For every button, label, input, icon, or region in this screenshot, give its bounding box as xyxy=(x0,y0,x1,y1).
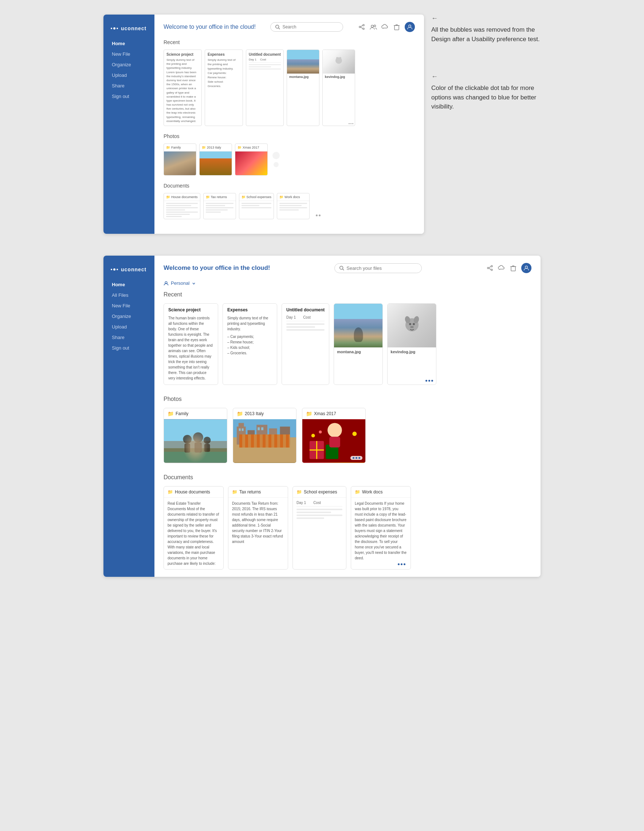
trash-icon-v1[interactable] xyxy=(393,23,400,30)
doc-work-v2[interactable]: 📁 Work docs Legal Documents If your home… xyxy=(351,486,411,570)
doc-work-header-v2: 📁 Work docs xyxy=(351,487,411,498)
people-icon-v1[interactable] xyxy=(370,23,377,30)
documents-cards-row-v2: 📁 House documents Real Estate Transfer D… xyxy=(164,486,531,570)
svg-line-16 xyxy=(343,269,344,271)
photo-xmas-label-v2: 📁 Xmas 2017 xyxy=(302,408,365,419)
svg-point-8 xyxy=(374,25,376,27)
svg-rect-40 xyxy=(204,444,210,452)
more-dots-v1[interactable] xyxy=(349,123,353,124)
dot-blue-1 xyxy=(426,380,427,382)
doc-house-v1[interactable]: 📁 House documents xyxy=(164,193,200,219)
svg-line-21 xyxy=(489,268,491,269)
svg-rect-48 xyxy=(280,427,290,444)
doc-tax-header-v1: 📁 Tax returns xyxy=(204,193,236,201)
doc-work-v1[interactable]: 📁 Work docs xyxy=(277,193,309,219)
cloud-icon-v1[interactable] xyxy=(381,23,389,30)
photos-title-v1: Photos xyxy=(164,133,415,139)
search-bar-v1[interactable] xyxy=(270,22,343,32)
card-science-v1[interactable]: Science project Simply dummy text of the… xyxy=(164,49,202,126)
card-expenses-v2[interactable]: Expenses Simply dummy text of the printi… xyxy=(223,303,277,385)
photo-card-italy-v2[interactable]: 📁 2013 Italy xyxy=(233,408,296,463)
share-icon-v2[interactable] xyxy=(486,264,494,272)
app-frame-v2: uconnect Home All Files New File Organiz… xyxy=(104,256,540,577)
photo-family-name-v2: Family xyxy=(175,411,188,416)
nav-upload-v1[interactable]: Upload xyxy=(109,70,149,80)
search-bar-v2[interactable] xyxy=(335,263,422,273)
annotation-bubbles-arrow: ← xyxy=(431,14,540,22)
photo-italy-v1[interactable]: 📁 2013 Italy xyxy=(199,143,232,175)
search-icon-v2 xyxy=(339,266,344,271)
trash-icon-v2[interactable] xyxy=(510,264,517,272)
card-montana-v1[interactable]: montana.jpg xyxy=(287,49,319,126)
card-untitled-v2[interactable]: Untitled document Day 1Cost xyxy=(282,303,329,385)
nav-newfile-v1[interactable]: New File xyxy=(109,49,149,59)
svg-rect-9 xyxy=(394,25,399,30)
photos-section-v2: Photos 📁 Family xyxy=(164,396,531,463)
svg-point-4 xyxy=(363,28,364,30)
doc-more-dots-v2[interactable] xyxy=(395,562,408,566)
photo-more-dots-v2[interactable] xyxy=(351,456,362,460)
svg-point-0 xyxy=(276,25,279,29)
card-untitled-v1[interactable]: Untitled document Day 1Cost xyxy=(246,49,284,126)
photo-xmas-thumb-v1 xyxy=(235,151,267,175)
svg-point-7 xyxy=(371,25,373,27)
scroll-dots-v1 xyxy=(312,193,324,219)
svg-line-1 xyxy=(279,28,280,30)
svg-point-18 xyxy=(491,266,493,267)
main-content-v2: Welcome to your office in the cloud! xyxy=(155,256,540,577)
nav-organize-v2[interactable]: Organize xyxy=(109,311,149,321)
documents-title-v2: Documents xyxy=(164,474,531,481)
search-input-v1[interactable] xyxy=(282,24,330,30)
photo-card-xmas-v2[interactable]: 📁 Xmas 2017 xyxy=(302,408,366,463)
card-montana-v2[interactable]: montana.jpg xyxy=(334,303,383,385)
documents-section-v2: Documents 📁 House documents Real Estate … xyxy=(164,474,531,570)
svg-point-15 xyxy=(340,266,343,269)
doc-tax-v2[interactable]: 📁 Tax returns Documents Tax Return from:… xyxy=(228,486,288,570)
doc-house-v2[interactable]: 📁 House documents Real Estate Transfer D… xyxy=(164,486,224,570)
card-science-body-v2: The human brain controls all functions w… xyxy=(168,315,214,381)
dot-blue-3 xyxy=(431,380,433,382)
personal-badge-v2[interactable]: Personal xyxy=(164,280,531,286)
card-expenses-body-v1: Simply dummy text of the printing and ty… xyxy=(207,58,240,89)
welcome-text-v2: Welcome to your office in the cloud! xyxy=(164,264,270,272)
card-untitled-header-v1: Day 1Cost xyxy=(249,58,281,63)
card-untitled-title-v1: Untitled document xyxy=(249,53,281,56)
user-avatar-v1[interactable] xyxy=(405,22,415,32)
svg-rect-52 xyxy=(261,427,263,430)
share-icon-v1[interactable] xyxy=(358,23,365,30)
nav-organize-v1[interactable]: Organize xyxy=(109,60,149,70)
photo-xmas-v1[interactable]: 📁 Xmas 2017 xyxy=(235,143,268,175)
search-input-v2[interactable] xyxy=(346,266,405,271)
card-kevindog-v2[interactable]: kevindog.jpg xyxy=(387,303,437,385)
svg-point-61 xyxy=(311,434,315,437)
nav-allfiles-v2[interactable]: All Files xyxy=(109,290,149,300)
nav-newfile-v2[interactable]: New File xyxy=(109,301,149,310)
cloud-icon-v2[interactable] xyxy=(498,264,505,272)
photo-card-family-v2[interactable]: 📁 Family xyxy=(164,408,227,463)
card-expenses-v1[interactable]: Expenses Simply dummy text of the printi… xyxy=(205,49,243,126)
nav-signout-v2[interactable]: Sign out xyxy=(109,343,149,353)
nav-signout-v1[interactable]: Sign out xyxy=(109,91,149,101)
doc-school-v1[interactable]: 📁 School expenses xyxy=(239,193,274,219)
card-kevindog-v1[interactable]: kevindog.jpg xyxy=(322,49,355,126)
nav-upload-v2[interactable]: Upload xyxy=(109,322,149,332)
photo-italy-thumb-v2 xyxy=(233,419,296,463)
card-expenses-body-v2: Simply dummy text of the printing and ty… xyxy=(227,315,273,356)
more-dots-v2[interactable] xyxy=(426,380,433,382)
doc-tax-v1[interactable]: 📁 Tax returns xyxy=(203,193,236,219)
doc-school-v2[interactable]: 📁 School expenses Day 1Cost xyxy=(292,486,346,570)
svg-rect-51 xyxy=(258,427,260,430)
nav-share-v1[interactable]: Share xyxy=(109,81,149,91)
svg-rect-44 xyxy=(239,423,244,428)
sidebar-v2: uconnect Home All Files New File Organiz… xyxy=(104,256,155,577)
recent-title-v2: Recent xyxy=(164,291,531,298)
nav-home-v1[interactable]: Home xyxy=(109,38,149,48)
card-science-v2[interactable]: Science project The human brain controls… xyxy=(164,303,218,385)
nav-share-v2[interactable]: Share xyxy=(109,333,149,342)
logo-text: uconnect xyxy=(121,25,147,31)
photo-italy-name-v2: 2013 Italy xyxy=(245,411,264,416)
nav-home-v2[interactable]: Home xyxy=(109,280,149,290)
doc-work-body-v2: Legal Documents If your home was built p… xyxy=(351,498,411,564)
user-avatar-v2[interactable] xyxy=(521,263,531,273)
photo-family-v1[interactable]: 📁 Family xyxy=(164,143,196,175)
